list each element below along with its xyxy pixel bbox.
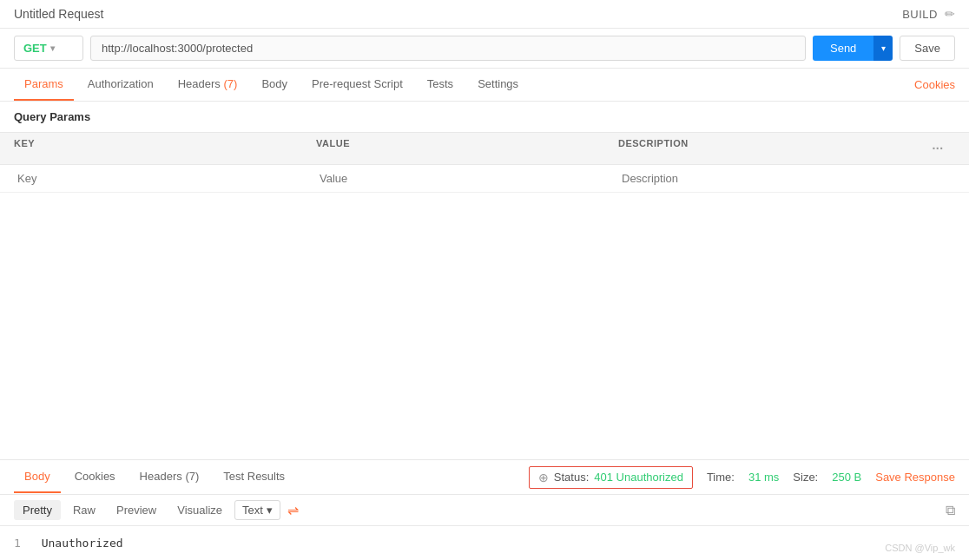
query-params-header: Query Params — [0, 102, 969, 132]
url-input[interactable] — [90, 36, 806, 61]
response-tab-tests[interactable]: Test Results — [213, 461, 295, 493]
title-bar-right: BUILD ✏ — [902, 7, 955, 21]
request-title: Untitled Request — [14, 7, 104, 21]
method-selector[interactable]: GET ▾ — [14, 36, 83, 61]
tab-headers[interactable]: Headers (7) — [168, 69, 248, 101]
value-input[interactable] — [316, 168, 618, 188]
save-response-button[interactable]: Save Response — [875, 471, 955, 484]
tab-tests[interactable]: Tests — [417, 69, 464, 101]
url-bar: GET ▾ Send ▾ Save — [0, 29, 969, 69]
format-tab-pretty[interactable]: Pretty — [14, 500, 61, 520]
key-column-header: KEY — [14, 138, 316, 159]
format-tab-preview[interactable]: Preview — [108, 500, 165, 520]
save-button[interactable]: Save — [900, 36, 955, 61]
status-badge: ⊕ Status: 401 Unauthorized — [529, 466, 693, 489]
cookies-link[interactable]: Cookies — [914, 78, 955, 91]
method-dropdown-icon: ▾ — [50, 43, 74, 53]
table-header-row: KEY VALUE DESCRIPTION ··· — [0, 132, 969, 165]
response-line-content: Unauthorized — [42, 537, 123, 550]
response-tab-cookies[interactable]: Cookies — [64, 461, 126, 493]
copy-area: ⧉ — [946, 503, 955, 518]
line-number: 1 — [14, 537, 21, 550]
format-type-select[interactable]: Text ▾ — [234, 500, 280, 520]
tab-body[interactable]: Body — [251, 69, 298, 101]
title-bar: Untitled Request BUILD ✏ — [0, 0, 969, 29]
status-label: Status: — [554, 471, 589, 484]
method-label: GET — [23, 42, 47, 55]
empty-space — [0, 280, 969, 459]
copy-button[interactable]: ⧉ — [946, 503, 955, 518]
response-headers-badge: (7) — [185, 470, 199, 483]
app-container: Untitled Request BUILD ✏ GET ▾ Send ▾ Sa… — [0, 0, 969, 560]
main-content: Query Params KEY VALUE DESCRIPTION ··· B… — [0, 102, 969, 560]
send-dropdown-button[interactable]: ▾ — [873, 36, 893, 61]
size-label: Size: — [793, 471, 818, 484]
tab-params[interactable]: Params — [14, 69, 74, 101]
chevron-down-icon: ▾ — [267, 504, 273, 517]
edit-icon[interactable]: ✏ — [945, 7, 955, 21]
response-tab-body[interactable]: Body — [14, 461, 61, 493]
format-tab-raw[interactable]: Raw — [64, 500, 104, 520]
headers-badge: (7) — [223, 77, 237, 90]
tab-prerequest[interactable]: Pre-request Script — [301, 69, 413, 101]
status-area: ⊕ Status: 401 Unauthorized Time: 31 ms S… — [529, 466, 955, 489]
send-button[interactable]: Send — [813, 36, 873, 61]
format-tab-visualize[interactable]: Visualize — [168, 500, 231, 520]
tab-settings[interactable]: Settings — [467, 69, 529, 101]
desc-column-header: DESCRIPTION — [618, 138, 920, 159]
tabs-right-area: Cookies — [914, 78, 955, 91]
watermark: CSDN @Vip_wk — [885, 543, 955, 553]
response-tab-headers[interactable]: Headers (7) — [129, 461, 210, 493]
size-value: 250 B — [832, 471, 861, 484]
tab-authorization[interactable]: Authorization — [77, 69, 164, 101]
more-options-icon[interactable]: ··· — [920, 138, 955, 159]
request-area: Query Params KEY VALUE DESCRIPTION ··· — [0, 102, 969, 280]
send-button-group: Send ▾ — [813, 36, 893, 61]
request-tabs-row: Params Authorization Headers (7) Body Pr… — [0, 69, 969, 102]
response-body: 1 Unauthorized — [0, 526, 969, 560]
key-input[interactable] — [14, 168, 316, 188]
format-bar: Pretty Raw Preview Visualize Text ▾ ⇌ ⧉ — [0, 495, 969, 526]
query-param-row — [0, 165, 969, 193]
title-bar-left: Untitled Request — [14, 7, 104, 21]
value-column-header: VALUE — [316, 138, 618, 159]
response-section: Body Cookies Headers (7) Test Results ⊕ … — [0, 459, 969, 560]
status-value: 401 Unauthorized — [594, 471, 683, 484]
time-value: 31 ms — [748, 471, 779, 484]
time-label: Time: — [707, 471, 735, 484]
globe-icon: ⊕ — [538, 471, 549, 484]
response-tabs-row: Body Cookies Headers (7) Test Results ⊕ … — [0, 460, 969, 495]
build-button[interactable]: BUILD — [902, 8, 938, 21]
description-input[interactable] — [618, 168, 920, 188]
wrap-button[interactable]: ⇌ — [287, 502, 299, 518]
